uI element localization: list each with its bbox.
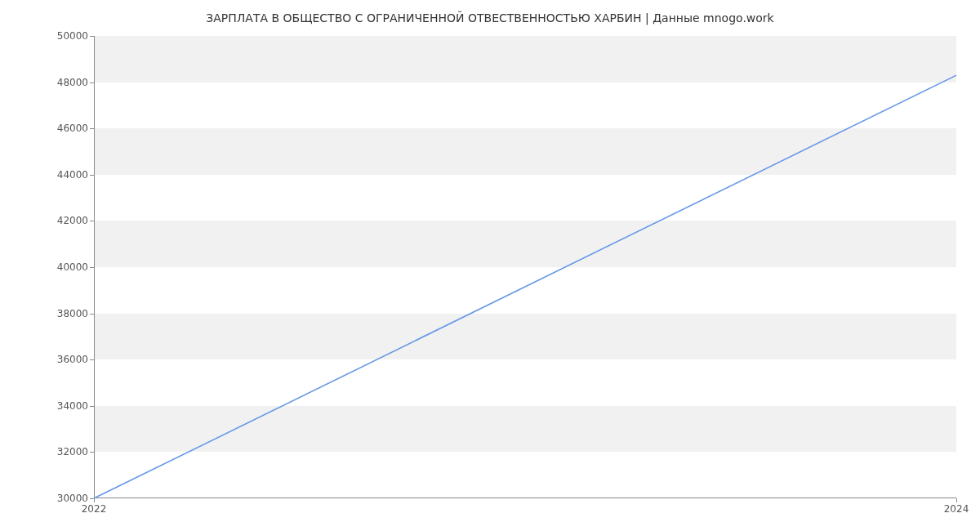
y-tick-label: 30000 <box>39 493 88 504</box>
y-tick-mark <box>90 36 94 37</box>
grid-band <box>94 314 956 360</box>
y-tick-label: 40000 <box>39 261 88 273</box>
y-tick-mark <box>90 128 94 129</box>
y-tick-mark <box>90 406 94 407</box>
y-tick-label: 34000 <box>39 400 88 412</box>
grid-band <box>94 128 956 175</box>
y-tick-mark <box>90 267 94 268</box>
grid-band <box>94 36 956 83</box>
y-tick-mark <box>90 83 94 83</box>
x-tick-label: 2022 <box>82 503 107 515</box>
y-tick-label: 44000 <box>39 169 88 181</box>
y-tick-label: 50000 <box>39 30 88 42</box>
y-tick-mark <box>90 175 94 176</box>
plot-area <box>94 36 956 498</box>
y-tick-label: 36000 <box>39 354 88 365</box>
y-tick-label: 46000 <box>39 123 88 134</box>
y-tick-label: 38000 <box>39 308 88 319</box>
y-axis-line <box>94 36 95 498</box>
chart-title: ЗАРПЛАТА В ОБЩЕСТВО С ОГРАНИЧЕННОЙ ОТВЕС… <box>0 11 980 25</box>
y-tick-mark <box>90 452 94 453</box>
x-tick-label: 2024 <box>944 503 969 515</box>
x-axis-line <box>94 498 956 498</box>
y-tick-mark <box>90 359 94 360</box>
x-tick-mark <box>94 498 95 502</box>
y-tick-label: 48000 <box>39 77 88 88</box>
y-tick-mark <box>90 221 94 221</box>
grid-band <box>94 221 956 267</box>
chart-container: ЗАРПЛАТА В ОБЩЕСТВО С ОГРАНИЧЕННОЙ ОТВЕС… <box>0 0 980 531</box>
grid-band <box>94 406 956 453</box>
y-tick-label: 32000 <box>39 446 88 457</box>
y-tick-mark <box>90 314 94 315</box>
y-tick-label: 42000 <box>39 215 88 226</box>
x-tick-mark <box>956 498 957 502</box>
